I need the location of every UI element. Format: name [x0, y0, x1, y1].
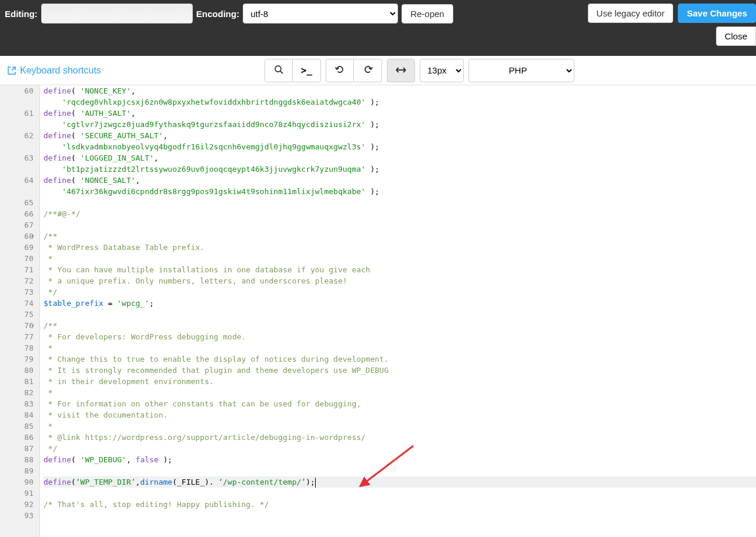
editing-label: Editing:: [5, 9, 38, 19]
filename-input[interactable]: [41, 4, 193, 24]
undo-button[interactable]: [326, 59, 354, 82]
line-gutter: 6061626364656667686970717273747576777879…: [0, 85, 40, 537]
keyboard-shortcuts-label: Keyboard shortcuts: [20, 65, 101, 76]
font-size-select[interactable]: 13px: [420, 59, 464, 82]
encoding-select[interactable]: utf-8: [243, 4, 398, 24]
encoding-label: Encoding:: [196, 9, 239, 19]
wrap-toggle-button[interactable]: [387, 59, 415, 82]
external-link-icon: [7, 66, 16, 75]
code-content[interactable]: define( 'NONCE_KEY', 'rqcdeg0vhlxpjcsxj6…: [40, 85, 756, 537]
wrap-icon: [396, 65, 406, 76]
save-changes-button[interactable]: Save Changes: [678, 4, 756, 23]
svg-point-0: [275, 66, 281, 72]
code-editor[interactable]: 6061626364656667686970717273747576777879…: [0, 85, 756, 537]
search-icon: [274, 65, 283, 76]
editor-header: Editing: Encoding: utf-8 Re-open Use leg…: [0, 0, 756, 56]
legacy-editor-button[interactable]: Use legacy editor: [588, 4, 674, 23]
reopen-button[interactable]: Re-open: [402, 4, 453, 24]
keyboard-shortcuts-link[interactable]: Keyboard shortcuts: [7, 65, 101, 76]
terminal-button[interactable]: >_: [293, 59, 321, 82]
editor-toolbar: Keyboard shortcuts >_ 13px PHP: [0, 56, 756, 85]
language-select[interactable]: PHP: [469, 59, 574, 82]
close-button[interactable]: Close: [716, 26, 756, 46]
redo-button[interactable]: [354, 59, 382, 82]
redo-icon: [363, 65, 373, 76]
search-button[interactable]: [265, 59, 293, 82]
terminal-icon: >_: [301, 65, 312, 76]
undo-icon: [335, 65, 344, 76]
